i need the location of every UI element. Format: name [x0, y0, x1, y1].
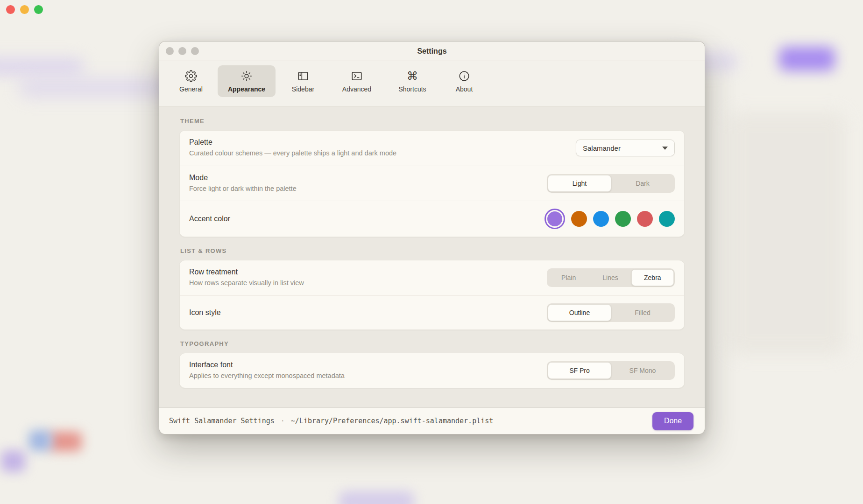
window-title: Settings: [159, 47, 705, 56]
tab-sidebar-label: Sidebar: [292, 85, 314, 93]
section-heading-list-rows: LIST & ROWS: [180, 247, 684, 254]
tab-sidebar[interactable]: Sidebar: [279, 65, 327, 97]
accent-swatch-green[interactable]: [615, 211, 631, 227]
accent-swatch-teal[interactable]: [659, 211, 675, 227]
accent-swatches: [545, 209, 675, 229]
settings-dialog: Settings General Appearance Sidebar Adva…: [159, 41, 705, 434]
interface-font-subtitle: Applies to everything except monospaced …: [189, 371, 409, 381]
footer-plist-path: ~/Library/Preferences/app.swift-salamand…: [291, 417, 493, 425]
icon-style-option-filled[interactable]: Filled: [611, 304, 674, 321]
mode-option-dark[interactable]: Dark: [611, 175, 674, 192]
icon-style-option-outline[interactable]: Outline: [548, 304, 611, 321]
tab-appearance-label: Appearance: [228, 85, 265, 93]
tab-shortcuts-label: Shortcuts: [398, 85, 426, 93]
palette-subtitle: Curated colour schemes — every palette s…: [189, 149, 409, 158]
tab-general-label: General: [179, 85, 203, 93]
icon-style-segmented-control: Outline Filled: [547, 303, 675, 322]
tab-about[interactable]: About: [442, 65, 487, 97]
minimize-button[interactable]: [178, 47, 186, 55]
footer-separator: ·: [281, 417, 285, 425]
tab-general[interactable]: General: [168, 65, 214, 97]
row-treatment-segmented-control: Plain Lines Zebra: [547, 268, 675, 287]
tab-advanced[interactable]: Advanced: [331, 65, 383, 97]
accent-swatch-purple-selected[interactable]: [545, 209, 565, 229]
section-heading-theme: THEME: [180, 118, 684, 125]
bg-close-traffic-light[interactable]: [6, 5, 15, 14]
palette-title: Palette: [189, 138, 565, 147]
interface-font-row: Interface font Applies to everything exc…: [180, 353, 684, 388]
mode-subtitle: Force light or dark within the palette: [189, 184, 409, 194]
typography-card: Interface font Applies to everything exc…: [179, 353, 685, 389]
blurred-content: [779, 47, 835, 71]
footer-bar: Swift Salamander Settings · ~/Library/Pr…: [159, 407, 705, 434]
terminal-icon: [351, 70, 363, 82]
row-treatment-row: Row treatment How rows separate visually…: [180, 260, 684, 295]
info-icon: [458, 70, 470, 82]
interface-font-segmented-control: SF Pro SF Mono: [547, 361, 675, 380]
blurred-content: [0, 58, 84, 75]
tab-about-label: About: [456, 85, 473, 93]
accent-swatch-purple: [547, 211, 562, 226]
accent-color-title: Accent color: [189, 215, 533, 223]
footer-app-label: Swift Salamander Settings: [169, 417, 275, 425]
bg-minimize-traffic-light[interactable]: [20, 5, 29, 14]
interface-font-option-sfpro[interactable]: SF Pro: [548, 362, 611, 379]
palette-dropdown-value: Salamander: [583, 144, 621, 152]
zoom-button[interactable]: [191, 47, 199, 55]
blurred-content: [1, 450, 25, 472]
theme-card: Palette Curated colour schemes — every p…: [179, 130, 685, 237]
accent-swatch-red[interactable]: [637, 211, 653, 227]
sidebar-icon: [297, 70, 309, 82]
tab-advanced-label: Advanced: [342, 85, 371, 93]
mode-segmented-control: Light Dark: [547, 174, 675, 193]
interface-font-option-sfmono[interactable]: SF Mono: [611, 362, 674, 379]
icon-style-title: Icon style: [189, 308, 536, 317]
mode-option-light[interactable]: Light: [548, 175, 611, 192]
list-rows-card: Row treatment How rows separate visually…: [179, 260, 685, 330]
accent-swatch-orange[interactable]: [571, 211, 587, 227]
chevron-down-icon: [662, 147, 668, 150]
sun-icon: [241, 70, 253, 82]
tab-bar: General Appearance Sidebar Advanced ⌘ Sh…: [159, 61, 705, 106]
palette-row: Palette Curated colour schemes — every p…: [180, 131, 684, 166]
command-icon: ⌘: [407, 70, 418, 82]
close-button[interactable]: [166, 47, 174, 55]
gear-icon: [185, 70, 197, 82]
done-button[interactable]: Done: [652, 412, 693, 430]
section-heading-typography: TYPOGRAPHY: [180, 340, 684, 347]
blurred-content: [729, 112, 845, 355]
blurred-content: [339, 491, 414, 504]
title-bar: Settings: [159, 42, 705, 61]
interface-font-title: Interface font: [189, 361, 536, 369]
mode-row: Mode Force light or dark within the pale…: [180, 166, 684, 201]
accent-swatch-blue[interactable]: [593, 211, 609, 227]
row-treatment-subtitle: How rows separate visually in list view: [189, 279, 409, 288]
mode-title: Mode: [189, 174, 536, 182]
row-treatment-option-lines[interactable]: Lines: [589, 269, 631, 286]
row-treatment-option-plain[interactable]: Plain: [548, 269, 589, 286]
row-treatment-title: Row treatment: [189, 268, 536, 276]
blurred-content: [19, 78, 173, 97]
row-treatment-option-zebra[interactable]: Zebra: [631, 269, 674, 286]
palette-dropdown[interactable]: Salamander: [576, 140, 675, 156]
icon-style-row: Icon style Outline Filled: [180, 295, 684, 329]
accent-color-row: Accent color: [180, 201, 684, 237]
settings-content: THEME Palette Curated colour schemes — e…: [159, 106, 705, 407]
blurred-content: [29, 430, 51, 451]
bg-zoom-traffic-light[interactable]: [34, 5, 43, 14]
blurred-content: [49, 432, 82, 451]
tab-shortcuts[interactable]: ⌘ Shortcuts: [386, 65, 439, 97]
tab-appearance[interactable]: Appearance: [218, 65, 276, 97]
